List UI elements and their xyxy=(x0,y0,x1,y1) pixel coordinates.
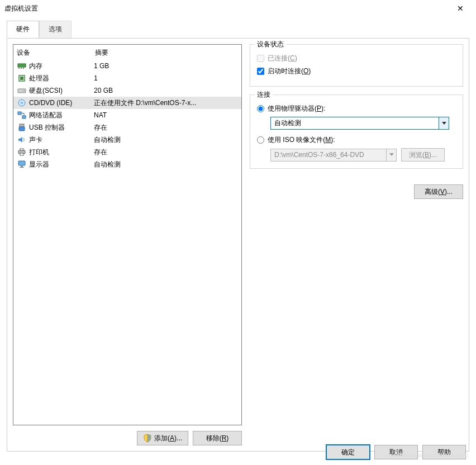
device-summary: 20 GB xyxy=(94,87,239,94)
speaker-icon xyxy=(16,135,28,144)
device-row-cddvd[interactable]: CD/DVD (IDE) 正在使用文件 D:\vm\CentOS-7-x... xyxy=(13,97,241,109)
device-row-memory[interactable]: 内存 1 GB xyxy=(13,60,241,72)
use-iso-radio[interactable] xyxy=(257,136,264,144)
header-summary: 摘要 xyxy=(95,48,238,58)
device-name: 打印机 xyxy=(28,148,94,157)
use-iso-label: 使用 ISO 映像文件(M): xyxy=(268,135,335,145)
add-button-label: 添加(A)... xyxy=(154,434,182,443)
connected-checkbox-row: 已连接(C) xyxy=(257,54,456,63)
device-name: 声卡 xyxy=(28,135,94,145)
disc-icon xyxy=(16,98,28,107)
dialog-footer: 确定 取消 帮助 xyxy=(326,445,466,459)
tab-options[interactable]: 选项 xyxy=(39,21,72,38)
header-device: 设备 xyxy=(17,48,95,58)
use-physical-drive-row[interactable]: 使用物理驱动器(P): xyxy=(257,104,456,113)
device-row-display[interactable]: 显示器 自动检测 xyxy=(13,158,241,170)
svg-point-7 xyxy=(23,91,25,92)
tab-hardware[interactable]: 硬件 xyxy=(7,21,39,38)
svg-rect-10 xyxy=(18,112,21,115)
svg-rect-13 xyxy=(19,127,25,131)
svg-rect-12 xyxy=(20,124,24,127)
svg-rect-5 xyxy=(20,77,23,80)
device-name: 处理器 xyxy=(28,74,94,83)
device-summary: 存在 xyxy=(94,123,239,132)
physical-drive-combo[interactable]: 自动检测 xyxy=(270,117,449,130)
hardware-right-column: 设备状态 已连接(C) 启动时连接(O) 连接 使用物理驱动器(P): 自动检测 xyxy=(250,44,463,445)
svg-point-9 xyxy=(21,102,23,104)
shield-icon xyxy=(143,434,152,443)
window-title: 虚拟机设置 xyxy=(4,4,449,13)
svg-rect-2 xyxy=(21,68,22,69)
device-summary: 1 xyxy=(94,74,239,82)
device-name: 硬盘(SCSI) xyxy=(28,86,94,96)
device-list[interactable]: 设备 摘要 内存 1 GB 处理器 xyxy=(13,44,242,425)
svg-rect-1 xyxy=(18,68,20,69)
monitor-icon xyxy=(16,160,28,169)
device-name: USB 控制器 xyxy=(28,123,94,132)
svg-rect-18 xyxy=(21,166,23,167)
chevron-down-icon xyxy=(386,149,396,161)
device-row-harddisk[interactable]: 硬盘(SCSI) 20 GB xyxy=(13,84,241,97)
device-list-header: 设备 摘要 xyxy=(13,45,241,60)
usb-icon xyxy=(16,123,28,132)
device-row-network[interactable]: 网络适配器 NAT xyxy=(13,109,241,121)
use-iso-row[interactable]: 使用 ISO 映像文件(M): xyxy=(257,135,456,145)
chevron-down-icon[interactable] xyxy=(439,117,449,129)
remove-button-label: 移除(R) xyxy=(206,434,229,443)
network-icon xyxy=(16,111,28,120)
close-icon[interactable]: ✕ xyxy=(449,4,472,13)
help-button[interactable]: 帮助 xyxy=(422,445,466,459)
browse-button: 浏览(B)... xyxy=(401,148,445,162)
device-name: 显示器 xyxy=(28,160,94,169)
svg-rect-15 xyxy=(20,149,23,150)
cpu-icon xyxy=(16,74,28,83)
device-summary: 存在 xyxy=(94,148,239,157)
use-physical-drive-label: 使用物理驱动器(P): xyxy=(268,104,325,113)
browse-button-label: 浏览(B)... xyxy=(409,150,437,160)
titlebar: 虚拟机设置 ✕ xyxy=(0,0,476,17)
tab-panel: 设备 摘要 内存 1 GB 处理器 xyxy=(7,38,469,452)
connect-at-poweron-label: 启动时连接(O) xyxy=(268,67,311,76)
use-physical-drive-radio[interactable] xyxy=(257,105,264,112)
hardware-left-column: 设备 摘要 内存 1 GB 处理器 xyxy=(13,44,242,445)
device-row-usb[interactable]: USB 控制器 存在 xyxy=(13,121,241,134)
svg-rect-0 xyxy=(18,64,26,67)
advanced-button[interactable]: 高级(V)... xyxy=(414,184,463,199)
device-summary: 1 GB xyxy=(94,62,239,70)
device-status-group: 设备状态 已连接(C) 启动时连接(O) xyxy=(250,44,463,87)
connection-group: 连接 使用物理驱动器(P): 自动检测 使用 ISO 映像文件(M): xyxy=(250,94,463,169)
device-status-legend: 设备状态 xyxy=(255,40,286,49)
advanced-button-label: 高级(V)... xyxy=(425,187,453,197)
iso-path-combo: D:\vm\CentOS-7-x86_64-DVD xyxy=(270,149,397,162)
device-name: 内存 xyxy=(28,61,94,71)
svg-rect-19 xyxy=(20,167,24,168)
device-row-processor[interactable]: 处理器 1 xyxy=(13,72,241,84)
svg-rect-3 xyxy=(23,68,24,69)
physical-drive-value: 自动检测 xyxy=(271,118,439,128)
ok-button[interactable]: 确定 xyxy=(326,445,370,459)
device-summary: 自动检测 xyxy=(94,135,239,145)
cancel-button[interactable]: 取消 xyxy=(374,445,418,459)
connection-legend: 连接 xyxy=(255,90,273,99)
device-summary: 自动检测 xyxy=(94,160,239,169)
connect-at-poweron-row[interactable]: 启动时连接(O) xyxy=(257,67,456,76)
device-summary: NAT xyxy=(94,111,239,119)
device-row-printer[interactable]: 打印机 存在 xyxy=(13,146,241,158)
add-hardware-button[interactable]: 添加(A)... xyxy=(137,431,188,445)
device-row-sound[interactable]: 声卡 自动检测 xyxy=(13,134,241,146)
device-summary: 正在使用文件 D:\vm\CentOS-7-x... xyxy=(94,98,239,108)
svg-rect-17 xyxy=(18,161,25,165)
svg-rect-16 xyxy=(20,153,23,155)
iso-path-value: D:\vm\CentOS-7-x86_64-DVD xyxy=(271,151,386,159)
memory-icon xyxy=(16,61,28,70)
tab-strip: 硬件 选项 xyxy=(0,17,476,38)
remove-hardware-button[interactable]: 移除(R) xyxy=(193,431,242,445)
connect-at-poweron-checkbox[interactable] xyxy=(257,68,264,75)
connected-label: 已连接(C) xyxy=(268,54,297,63)
printer-icon xyxy=(16,148,28,156)
device-name: CD/DVD (IDE) xyxy=(28,99,94,107)
harddisk-icon xyxy=(16,86,28,95)
connected-checkbox xyxy=(257,55,264,62)
device-name: 网络适配器 xyxy=(28,111,94,120)
svg-rect-11 xyxy=(22,116,26,118)
